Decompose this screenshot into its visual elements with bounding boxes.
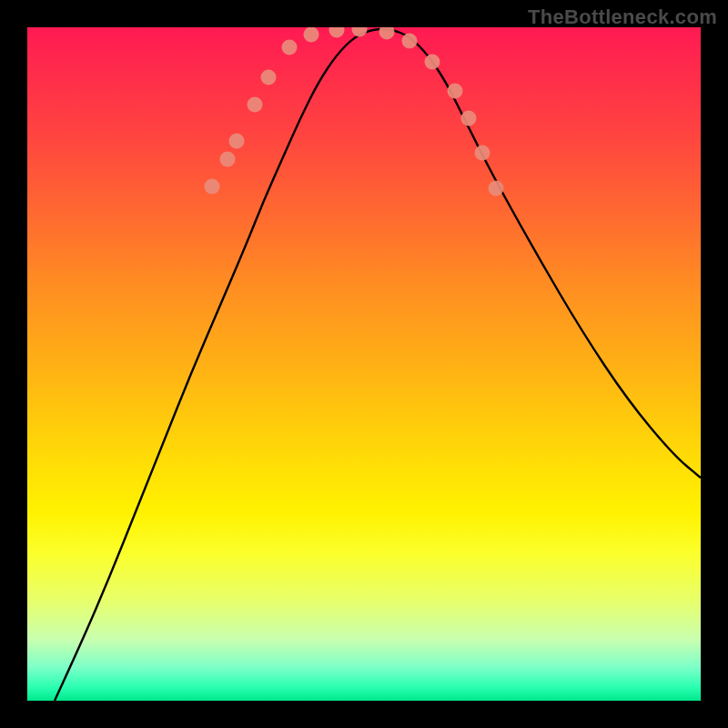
bottleneck-curve-line <box>55 29 701 701</box>
curve-marker <box>329 27 345 38</box>
curve-marker <box>475 146 490 161</box>
curve-svg <box>27 27 701 701</box>
curve-marker <box>229 134 245 149</box>
plot-area <box>27 27 701 701</box>
curve-marker <box>425 55 440 70</box>
curve-marker <box>402 34 418 49</box>
curve-marker <box>248 97 263 113</box>
curve-marker <box>379 27 395 40</box>
curve-marker <box>489 181 504 197</box>
chart-frame: TheBottleneck.com <box>0 0 728 728</box>
curve-marker <box>352 27 368 37</box>
curve-marker <box>205 179 220 195</box>
curve-marker <box>448 84 463 99</box>
curve-marker <box>304 27 319 43</box>
curve-marker <box>220 152 236 167</box>
attribution-text: TheBottleneck.com <box>528 5 717 29</box>
curve-marker <box>282 40 298 56</box>
curve-marker <box>461 111 477 126</box>
curve-markers <box>205 27 504 197</box>
curve-marker <box>261 70 277 86</box>
